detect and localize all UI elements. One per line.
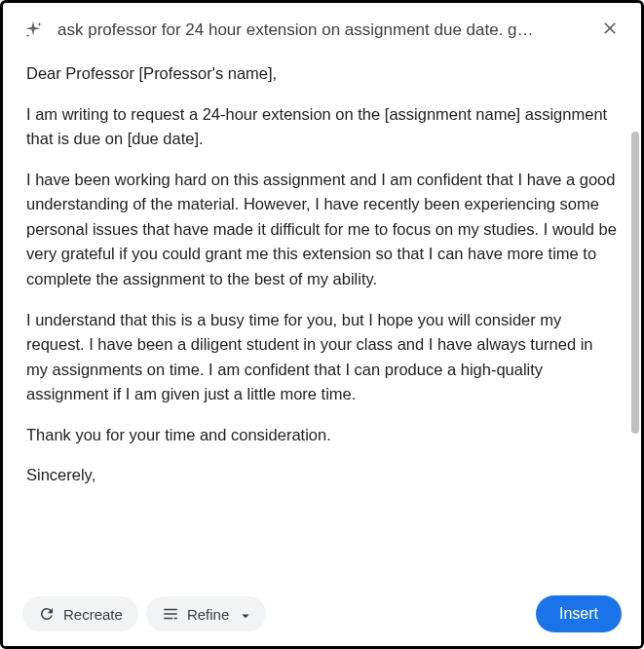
content-wrapper: Dear Professor [Professor's name], I am … (3, 54, 641, 582)
greeting-line: Dear Professor [Professor's name], (26, 61, 618, 87)
chevron-down-icon (237, 607, 250, 621)
insert-button[interactable]: Insert (536, 595, 622, 632)
close-button[interactable] (598, 19, 622, 42)
sparkle-icon (22, 19, 44, 41)
recreate-button[interactable]: Recreate (22, 596, 138, 631)
insert-label: Insert (559, 605, 598, 623)
closing-line: Sincerely, (26, 463, 618, 488)
refine-button[interactable]: Refine (146, 596, 266, 631)
scrollbar-thumb[interactable] (631, 132, 639, 434)
ai-compose-panel: ask professor for 24 hour extension on a… (3, 3, 641, 646)
body-paragraph: Thank you for your time and consideratio… (26, 423, 618, 448)
close-icon (600, 19, 620, 42)
refine-label: Refine (187, 606, 229, 623)
recreate-label: Recreate (63, 606, 123, 623)
refresh-icon (38, 605, 56, 623)
footer: Recreate Refine Insert (3, 582, 641, 646)
generated-content[interactable]: Dear Professor [Professor's name], I am … (3, 54, 641, 582)
body-paragraph: I understand that this is a busy time fo… (26, 308, 618, 407)
tune-icon (162, 605, 179, 623)
prompt-text[interactable]: ask professor for 24 hour extension on a… (57, 20, 585, 40)
body-paragraph: I am writing to request a 24-hour extens… (26, 102, 618, 152)
body-paragraph: I have been working hard on this assignm… (26, 168, 618, 292)
header: ask professor for 24 hour extension on a… (3, 3, 641, 54)
